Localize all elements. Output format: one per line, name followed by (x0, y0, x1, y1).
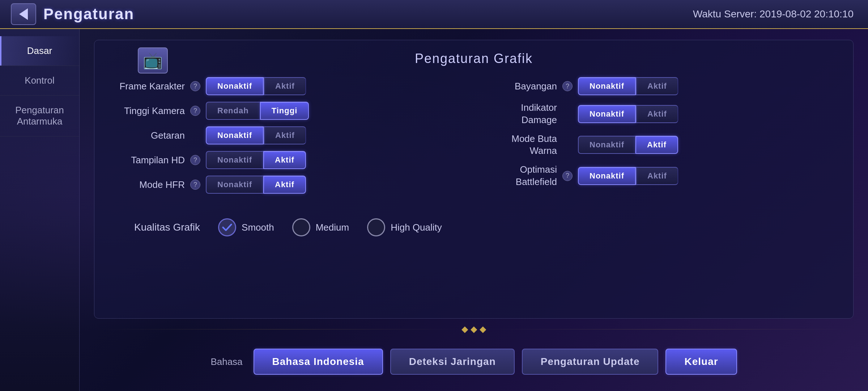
frame-karakter-help[interactable]: ? (190, 81, 200, 91)
quality-medium-label: Medium (316, 222, 349, 233)
optimasi-battlefield-help[interactable]: ? (562, 171, 573, 181)
pengaturan-update-button[interactable]: Pengaturan Update (522, 349, 659, 375)
page-title: Pengaturan (43, 5, 134, 23)
mode-hfr-help[interactable]: ? (190, 180, 200, 190)
optimasi-battlefield-aktif[interactable]: Aktif (636, 167, 678, 185)
tinggi-kamera-rendah[interactable]: Rendah (206, 102, 260, 120)
indikator-damage-aktif[interactable]: Aktif (636, 105, 678, 123)
quality-high[interactable]: High Quality (367, 218, 442, 236)
frame-karakter-label: Frame Karakter (112, 81, 185, 92)
bahasa-indonesia-button[interactable]: Bahasa Indonesia (254, 349, 383, 375)
right-settings: Bayangan ? Nonaktif Aktif IndikatorDamag… (485, 77, 835, 200)
sidebar: Dasar Kontrol Pengaturan Antarmuka (0, 29, 80, 391)
setting-indikator-damage: IndikatorDamage Nonaktif Aktif (485, 102, 835, 126)
back-arrow-icon (16, 7, 31, 21)
indikator-damage-nonaktif[interactable]: Nonaktif (578, 105, 636, 123)
tv-icon-wrapper: 📺 (138, 47, 168, 73)
deteksi-jaringan-button[interactable]: Deteksi Jaringan (390, 349, 515, 375)
frame-karakter-toggle: Nonaktif Aktif (206, 77, 306, 95)
setting-mode-buta-warna: Mode ButaWarna Nonaktif Aktif (485, 133, 835, 157)
setting-getaran: Getaran Nonaktif Aktif (112, 126, 463, 144)
quality-high-circle (367, 218, 385, 236)
bayangan-nonaktif[interactable]: Nonaktif (578, 77, 636, 95)
mode-hfr-label: Mode HFR (112, 179, 185, 190)
bayangan-label: Bayangan (485, 81, 557, 92)
tampilan-hd-label: Tampilan HD (112, 155, 185, 166)
bottom-bar: Bahasa Bahasa Indonesia Deteksi Jaringan… (94, 343, 854, 380)
frame-karakter-aktif[interactable]: Aktif (264, 77, 306, 95)
bayangan-toggle: Nonaktif Aktif (578, 77, 678, 95)
setting-tampilan-hd: Tampilan HD ? Nonaktif Aktif (112, 151, 463, 169)
getaran-nonaktif[interactable]: Nonaktif (206, 126, 264, 144)
mode-hfr-nonaktif[interactable]: Nonaktif (206, 176, 263, 194)
quality-smooth[interactable]: Smooth (218, 218, 274, 236)
tv-icon: 📺 (138, 47, 168, 73)
divider: ◆ ◆ ◆ (94, 319, 854, 340)
language-label: Bahasa (210, 356, 242, 367)
setting-frame-karakter: Frame Karakter ? Nonaktif Aktif (112, 77, 463, 95)
tinggi-kamera-help[interactable]: ? (190, 106, 200, 116)
main-layout: Dasar Kontrol Pengaturan Antarmuka 📺 Pen… (0, 29, 868, 391)
sidebar-item-dasar[interactable]: Dasar (0, 36, 79, 66)
getaran-toggle: Nonaktif Aktif (206, 126, 306, 144)
mode-buta-warna-label: Mode ButaWarna (485, 133, 557, 157)
quality-medium-circle (292, 218, 310, 236)
quality-high-label: High Quality (391, 222, 442, 233)
quality-radio-group: Smooth Medium High Quality (218, 218, 442, 236)
optimasi-battlefield-label: OptimasiBattlefield (485, 164, 557, 188)
panel-title: Pengaturan Grafik (112, 51, 835, 66)
divider-diamond: ◆ ◆ ◆ (461, 324, 486, 334)
server-time: Waktu Server: 2019-08-02 20:10:10 (693, 8, 854, 20)
svg-marker-0 (19, 8, 28, 20)
bayangan-aktif[interactable]: Aktif (636, 77, 678, 95)
quality-section: Kualitas Grafik Smooth Medium (112, 211, 835, 236)
mode-buta-warna-toggle: Nonaktif Aktif (578, 136, 678, 154)
header: Pengaturan Waktu Server: 2019-08-02 20:1… (0, 0, 868, 29)
bayangan-help[interactable]: ? (562, 81, 573, 91)
setting-tinggi-kamera: Tinggi Kamera ? Rendah Tinggi (112, 102, 463, 120)
getaran-aktif[interactable]: Aktif (264, 126, 306, 144)
quality-smooth-circle (218, 218, 236, 236)
divider-line-right (486, 329, 854, 329)
mode-hfr-aktif[interactable]: Aktif (263, 176, 306, 194)
quality-medium[interactable]: Medium (292, 218, 349, 236)
content-area: 📺 Pengaturan Grafik Frame Karakter ? Non… (80, 29, 868, 391)
back-button[interactable] (11, 3, 36, 25)
setting-bayangan: Bayangan ? Nonaktif Aktif (485, 77, 835, 95)
setting-optimasi-battlefield: OptimasiBattlefield ? Nonaktif Aktif (485, 164, 835, 188)
indikator-damage-toggle: Nonaktif Aktif (578, 105, 678, 123)
tampilan-hd-aktif[interactable]: Aktif (263, 151, 306, 169)
mode-buta-warna-nonaktif[interactable]: Nonaktif (578, 136, 635, 154)
sidebar-item-kontrol[interactable]: Kontrol (0, 66, 79, 96)
sidebar-item-antarmuka[interactable]: Pengaturan Antarmuka (0, 96, 79, 136)
tampilan-hd-nonaktif[interactable]: Nonaktif (206, 151, 263, 169)
frame-karakter-nonaktif[interactable]: Nonaktif (206, 77, 264, 95)
quality-smooth-label: Smooth (242, 222, 274, 233)
getaran-label: Getaran (112, 130, 185, 141)
optimasi-battlefield-toggle: Nonaktif Aktif (578, 167, 678, 185)
mode-hfr-toggle: Nonaktif Aktif (206, 176, 306, 194)
tinggi-kamera-toggle: Rendah Tinggi (206, 102, 309, 120)
check-icon (221, 221, 233, 234)
left-settings: Frame Karakter ? Nonaktif Aktif Tinggi K… (112, 77, 463, 200)
settings-panel: 📺 Pengaturan Grafik Frame Karakter ? Non… (94, 40, 854, 319)
tinggi-kamera-label: Tinggi Kamera (112, 105, 185, 117)
tampilan-hd-toggle: Nonaktif Aktif (206, 151, 306, 169)
keluar-button[interactable]: Keluar (665, 349, 737, 375)
setting-mode-hfr: Mode HFR ? Nonaktif Aktif (112, 176, 463, 194)
divider-line-left (94, 329, 461, 329)
quality-label: Kualitas Grafik (134, 222, 200, 233)
mode-buta-warna-aktif[interactable]: Aktif (635, 136, 678, 154)
settings-grid: Frame Karakter ? Nonaktif Aktif Tinggi K… (112, 77, 835, 200)
tampilan-hd-help[interactable]: ? (190, 155, 200, 165)
optimasi-battlefield-nonaktif[interactable]: Nonaktif (578, 167, 636, 185)
indikator-damage-label: IndikatorDamage (485, 102, 557, 126)
tinggi-kamera-tinggi[interactable]: Tinggi (260, 102, 309, 120)
